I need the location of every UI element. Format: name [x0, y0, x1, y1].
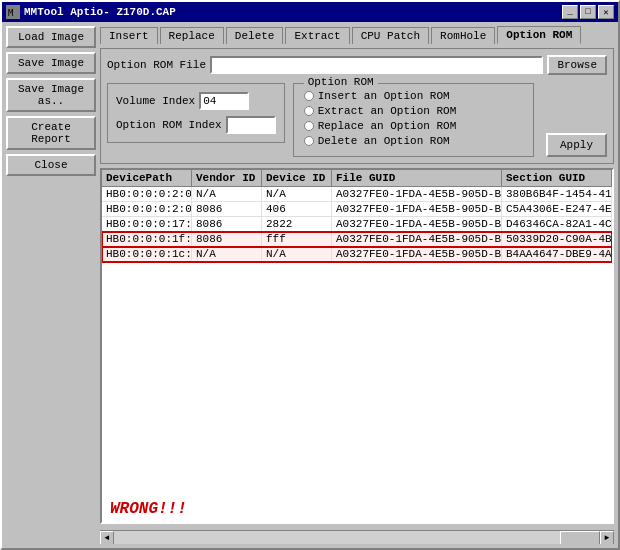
close-window-button[interactable]: ✕ [598, 5, 614, 19]
td-device-path: HB0:0:0:0:1f:6 [102, 232, 192, 246]
table-row[interactable]: HB0:0:0:0:2:0 8086 406 A0327FE0-1FDA-4E5… [102, 202, 612, 217]
wrong-label: WRONG!!! [102, 496, 612, 522]
table-row[interactable]: HB0:0:0:0:1f:6 8086 fff A0327FE0-1FDA-4E… [102, 232, 612, 247]
tabs-bar: Insert Replace Delete Extract CPU Patch … [100, 26, 614, 44]
td-vendor-id: 8086 [192, 202, 262, 216]
insert-radio-row[interactable]: Insert an Option ROM [304, 90, 523, 102]
file-label: Option ROM File [107, 59, 206, 71]
option-rom-tab[interactable]: Option ROM [497, 26, 581, 44]
col-vendor-id-header: Vendor ID [192, 170, 262, 186]
replace-radio[interactable] [304, 121, 314, 131]
replace-tab[interactable]: Replace [160, 27, 224, 44]
td-device-path: HB0:0:0:0:1c:2 [102, 247, 192, 261]
browse-button[interactable]: Browse [547, 55, 607, 75]
td-device-path: HB0:0:0:0:17:0 [102, 217, 192, 231]
table-row[interactable]: HB0:0:0:0:17:0 8086 2822 A0327FE0-1FDA-4… [102, 217, 612, 232]
td-section-guid: 50339D20-C90A-4B [502, 232, 612, 246]
minimize-button[interactable]: _ [562, 5, 578, 19]
title-bar: M MMTool Aptio- Z170D.CAP _ □ ✕ [2, 2, 618, 22]
table-header: DevicePath Vendor ID Device ID File GUID… [102, 170, 612, 187]
main-window: M MMTool Aptio- Z170D.CAP _ □ ✕ Load Ima… [0, 0, 620, 550]
scroll-track[interactable] [114, 531, 600, 545]
td-section-guid: C5A4306E-E247-4E [502, 202, 612, 216]
scroll-thumb[interactable] [560, 531, 600, 545]
td-device-path: HB0:0:0:0:2:0 [102, 202, 192, 216]
svg-text:M: M [8, 8, 14, 18]
td-device-id: fff [262, 232, 332, 246]
td-section-guid: 380B6B4F-1454-41F [502, 187, 612, 201]
option-rom-index-label: Option ROM Index [116, 119, 222, 131]
insert-radio-label: Insert an Option ROM [318, 90, 450, 102]
table-section: DevicePath Vendor ID Device ID File GUID… [100, 168, 614, 524]
delete-tab[interactable]: Delete [226, 27, 284, 44]
option-rom-group: Option ROM Insert an Option ROM Extract … [293, 83, 534, 157]
extract-tab[interactable]: Extract [285, 27, 349, 44]
save-image-as-button[interactable]: Save Image as.. [6, 78, 96, 112]
romhole-tab[interactable]: RomHole [431, 27, 495, 44]
extract-radio-row[interactable]: Extract an Option ROM [304, 105, 523, 117]
td-vendor-id: N/A [192, 247, 262, 261]
insert-radio[interactable] [304, 91, 314, 101]
td-file-guid: A0327FE0-1FDA-4E5B-905D-B510C45A61D0 [332, 247, 502, 261]
main-content: Load Image Save Image Save Image as.. Cr… [2, 22, 618, 548]
create-report-button[interactable]: Create Report [6, 116, 96, 150]
app-icon: M [6, 5, 20, 19]
volume-index-label: Volume Index [116, 95, 195, 107]
td-file-guid: A0327FE0-1FDA-4E5B-905D-B510C45A61D0 [332, 232, 502, 246]
replace-radio-row[interactable]: Replace an Option ROM [304, 120, 523, 132]
delete-radio-label: Delete an Option ROM [318, 135, 450, 147]
volume-index-input[interactable] [199, 92, 249, 110]
volume-index-row: Volume Index [116, 92, 276, 110]
insert-tab[interactable]: Insert [100, 27, 158, 44]
table-row[interactable]: HB0:0:0:0:2:0 N/A N/A A0327FE0-1FDA-4E5B… [102, 187, 612, 202]
maximize-button[interactable]: □ [580, 5, 596, 19]
td-device-path: HB0:0:0:0:2:0 [102, 187, 192, 201]
col-device-path-header: DevicePath [102, 170, 192, 186]
lower-section: Volume Index Option ROM Index Option ROM [107, 83, 607, 157]
td-file-guid: A0327FE0-1FDA-4E5B-905D-B510C45A61D0 [332, 217, 502, 231]
table-body: HB0:0:0:0:2:0 N/A N/A A0327FE0-1FDA-4E5B… [102, 187, 612, 496]
td-file-guid: A0327FE0-1FDA-4E5B-905D-B510C45A61D0 [332, 202, 502, 216]
td-device-id: N/A [262, 187, 332, 201]
file-input[interactable] [210, 56, 543, 74]
apply-button[interactable]: Apply [546, 133, 607, 157]
td-section-guid: D46346CA-82A1-4C [502, 217, 612, 231]
save-image-button[interactable]: Save Image [6, 52, 96, 74]
scroll-right-arrow[interactable]: ► [600, 531, 614, 545]
left-panel: Load Image Save Image Save Image as.. Cr… [6, 26, 96, 544]
col-section-guid-header: Section GUID [502, 170, 612, 186]
file-row: Option ROM File Browse [107, 55, 607, 75]
td-vendor-id: 8086 [192, 232, 262, 246]
close-button[interactable]: Close [6, 154, 96, 176]
option-rom-index-input[interactable] [226, 116, 276, 134]
option-rom-index-row: Option ROM Index [116, 116, 276, 134]
td-vendor-id: N/A [192, 187, 262, 201]
load-image-button[interactable]: Load Image [6, 26, 96, 48]
td-section-guid: B4AA4647-DBE9-4A [502, 247, 612, 261]
col-device-id-header: Device ID [262, 170, 332, 186]
group-legend: Option ROM [304, 76, 378, 88]
cpu-patch-tab[interactable]: CPU Patch [352, 27, 429, 44]
scroll-left-arrow[interactable]: ◄ [100, 531, 114, 545]
option-rom-panel: Option ROM File Browse Volume Index Opti… [100, 48, 614, 164]
window-title: MMTool Aptio- Z170D.CAP [24, 6, 176, 18]
delete-radio[interactable] [304, 136, 314, 146]
index-box: Volume Index Option ROM Index [107, 83, 285, 143]
extract-radio-label: Extract an Option ROM [318, 105, 457, 117]
table-row[interactable]: HB0:0:0:0:1c:2 N/A N/A A0327FE0-1FDA-4E5… [102, 247, 612, 262]
td-vendor-id: 8086 [192, 217, 262, 231]
td-device-id: 406 [262, 202, 332, 216]
td-device-id: N/A [262, 247, 332, 261]
delete-radio-row[interactable]: Delete an Option ROM [304, 135, 523, 147]
td-file-guid: A0327FE0-1FDA-4E5B-905D-B510C45A61D0 [332, 187, 502, 201]
col-file-guid-header: File GUID [332, 170, 502, 186]
replace-radio-label: Replace an Option ROM [318, 120, 457, 132]
horizontal-scrollbar[interactable]: ◄ ► [100, 530, 614, 544]
right-panel: Insert Replace Delete Extract CPU Patch … [100, 26, 614, 544]
td-device-id: 2822 [262, 217, 332, 231]
extract-radio[interactable] [304, 106, 314, 116]
